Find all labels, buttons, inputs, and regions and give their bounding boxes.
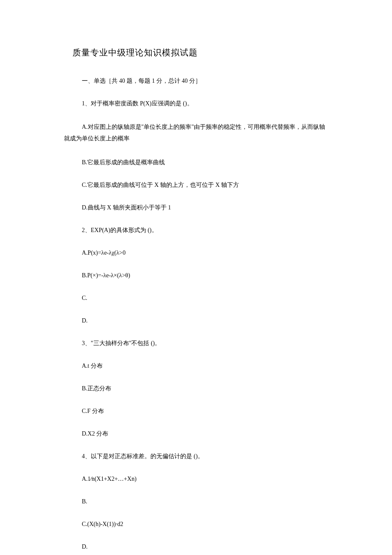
q1-option-a: A.对应图上的纵轴原是"单位长度上的频率"由于频率的稳定性，可用概率代替频率，从…	[82, 122, 328, 144]
section-header: 一、单选［共 40 题，每题 1 分，总计 40 分］	[82, 76, 328, 85]
q1-option-d: D.曲线与 X 轴所夹面积小于等于 1	[82, 203, 328, 212]
document-title: 质量专业中级理论知识模拟试题	[72, 47, 328, 58]
q4-option-c: C.(X(h)-X(1))·d2	[82, 520, 328, 529]
q1-option-a-line2: 就成为单位长度上的概率	[64, 133, 130, 145]
q3-option-c: C.F 分布	[82, 407, 328, 416]
q2-option-d: D.	[82, 316, 328, 325]
q3-option-d: D.X2 分布	[82, 429, 328, 438]
q2-option-a: A.P(x)=λe-λχ(λ>0	[82, 248, 328, 257]
q2-option-c: C.	[82, 293, 328, 302]
q2-option-b: B.P(×)=-λe-λ×(λ>θ)	[82, 271, 328, 280]
q1-option-a-line1: A.对应图上的纵轴原是"单位长度上的频率"由于频率的稳定性，可用概率代替频率，从…	[82, 124, 325, 130]
q1-option-c: C.它最后形成的曲线可位于 X 轴的上方，也可位于 X 轴下方	[82, 180, 328, 189]
q1-option-b: B.它最后形成的曲线是概率曲线	[82, 158, 328, 167]
q4-option-a: A.1⁄n(X1+X2+…+Xn)	[82, 474, 328, 483]
q3-option-a: A.t 分布	[82, 361, 328, 370]
q2-stem: 2、EXP(A)的具体形式为 ()。	[82, 226, 328, 235]
q4-option-d: D.	[82, 542, 328, 551]
q3-stem: 3、"三大抽样分布"不包括 ()。	[82, 339, 328, 348]
q4-option-b: B.	[82, 497, 328, 506]
q4-stem: 4、以下是对正态标准差。的无偏估计的是 ()。	[82, 452, 328, 461]
q1-stem: 1、对于概率密度函数 P(X)应强调的是 ()。	[82, 99, 328, 108]
q3-option-b: B.正态分布	[82, 384, 328, 393]
